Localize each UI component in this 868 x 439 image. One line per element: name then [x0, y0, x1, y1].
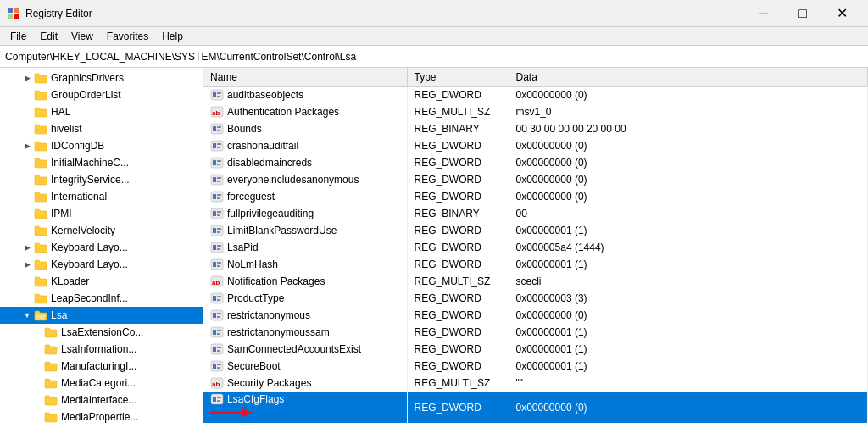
name-text: restrictanonymoussam — [227, 326, 330, 338]
expand-icon[interactable]: ▶ — [20, 71, 34, 85]
table-row[interactable]: ProductTypeREG_DWORD0x00000003 (3) — [203, 290, 868, 307]
table-row[interactable]: BoundsREG_BINARY00 30 00 00 00 20 00 00 — [203, 120, 868, 137]
close-button[interactable]: ✕ — [822, 0, 861, 27]
tree-item-label: KernelVelocity — [51, 225, 115, 236]
folder-icon — [44, 377, 58, 389]
menu-item-file[interactable]: File — [3, 29, 33, 44]
tree-item[interactable]: IPMI — [0, 205, 203, 222]
tree-item[interactable]: MediaInterface... — [0, 392, 203, 408]
menu-item-edit[interactable]: Edit — [33, 29, 64, 44]
expand-icon[interactable] — [31, 342, 44, 356]
expand-icon[interactable] — [20, 207, 34, 220]
table-row[interactable]: ab Notification PackagesREG_MULTI_SZscec… — [203, 273, 868, 290]
expand-icon[interactable] — [31, 359, 44, 373]
table-row[interactable]: SamConnectedAccountsExistREG_DWORD0x0000… — [203, 341, 868, 358]
cell-name: NoLmHash — [203, 256, 407, 273]
tree-item-label: IntegrityService... — [51, 174, 130, 186]
tree-item[interactable]: ▼ Lsa — [0, 307, 203, 324]
red-arrow-icon — [210, 410, 253, 422]
svg-rect-13 — [217, 130, 220, 131]
tree-item[interactable]: HAL — [0, 103, 203, 120]
cell-data: 0x00000000 (0) — [509, 137, 868, 154]
expand-icon[interactable] — [20, 105, 34, 119]
cell-data: 0x00000000 (0) — [509, 86, 868, 103]
cell-data: 0x00000000 (0) — [509, 154, 868, 171]
expand-icon[interactable] — [31, 410, 44, 424]
tree-item[interactable]: LsaInformation... — [0, 341, 203, 358]
expand-icon[interactable]: ▶ — [20, 241, 34, 254]
expand-icon[interactable] — [31, 393, 44, 407]
table-row[interactable]: LimitBlankPasswordUseREG_DWORD0x00000001… — [203, 222, 868, 239]
expand-icon[interactable] — [20, 156, 34, 169]
tree-item[interactable]: ManufacturingI... — [0, 358, 203, 375]
menu-item-view[interactable]: View — [64, 29, 100, 44]
dword-icon — [210, 325, 224, 339]
cell-name: LsaCfgFlags — [203, 392, 407, 423]
table-row[interactable]: NoLmHashREG_DWORD0x00000001 (1) — [203, 256, 868, 273]
table-row[interactable]: LsaPidREG_DWORD0x000005a4 (1444) — [203, 239, 868, 256]
folder-icon — [34, 275, 47, 287]
tree-item[interactable]: GroupOrderList — [0, 86, 203, 103]
table-row[interactable]: crashonauditfailREG_DWORD0x00000000 (0) — [203, 137, 868, 154]
table-row[interactable]: everyoneincludesanonymousREG_DWORD0x0000… — [203, 171, 868, 188]
table-row[interactable]: forceguestREG_DWORD0x00000000 (0) — [203, 188, 868, 205]
cell-name: fullprivilegeauditing — [203, 205, 407, 222]
svg-rect-19 — [213, 160, 216, 165]
table-row[interactable]: restrictanonymousREG_DWORD0x00000000 (0) — [203, 307, 868, 324]
tree-item[interactable]: LeapSecondInf... — [0, 290, 203, 307]
tree-item[interactable]: MediaCategori... — [0, 375, 203, 392]
table-row[interactable]: ab Authentication PackagesREG_MULTI_SZms… — [203, 103, 868, 120]
svg-rect-53 — [213, 313, 216, 318]
cell-type: REG_DWORD — [407, 222, 509, 239]
svg-rect-37 — [217, 231, 220, 233]
expand-icon[interactable] — [31, 325, 44, 339]
table-row[interactable]: SecureBootREG_DWORD0x00000001 (1) — [203, 358, 868, 375]
cell-name: ProductType — [203, 290, 407, 307]
table-row[interactable]: auditbaseobjectsREG_DWORD0x00000000 (0) — [203, 86, 868, 103]
expand-icon[interactable] — [20, 122, 34, 136]
expand-icon[interactable] — [20, 292, 34, 305]
tree-item[interactable]: ▶ GraphicsDrivers — [0, 69, 203, 86]
table-row[interactable]: LsaCfgFlags REG_DWORD0x00000000 (0) — [203, 392, 868, 423]
expand-icon[interactable] — [20, 224, 34, 237]
tree-item[interactable]: KLoader — [0, 273, 203, 290]
cell-name: restrictanonymous — [203, 307, 407, 324]
tree-item[interactable]: IntegrityService... — [0, 171, 203, 188]
table-row[interactable]: disabledmaincredsREG_DWORD0x00000000 (0) — [203, 154, 868, 171]
expand-icon[interactable]: ▶ — [20, 139, 34, 153]
tree-item[interactable]: MediaPropertie... — [0, 408, 203, 425]
table-row[interactable]: fullprivilegeauditingREG_BINARY00 — [203, 205, 868, 222]
tree-item[interactable]: KernelVelocity — [0, 222, 203, 239]
svg-text:ab: ab — [212, 279, 220, 286]
table-row[interactable]: restrictanonymoussamREG_DWORD0x00000001 … — [203, 324, 868, 341]
expand-icon[interactable] — [31, 376, 44, 390]
expand-icon[interactable] — [20, 173, 34, 186]
tree-item[interactable]: ▶ Keyboard Layo... — [0, 256, 203, 273]
name-text: crashonauditfail — [227, 140, 298, 152]
tree-item[interactable]: LsaExtensionCo... — [0, 324, 203, 341]
tree-item[interactable]: hivelist — [0, 120, 203, 137]
expand-icon[interactable]: ▼ — [20, 308, 34, 322]
tree-item[interactable]: ▶ Keyboard Layo... — [0, 239, 203, 256]
tree-item[interactable]: ▶ IDConfigDB — [0, 137, 203, 154]
svg-rect-39 — [213, 245, 216, 250]
name-text: restrictanonymous — [227, 309, 310, 321]
tree-item[interactable]: International — [0, 188, 203, 205]
expand-icon[interactable] — [20, 275, 34, 288]
expand-icon[interactable]: ▶ — [20, 258, 34, 271]
menu-item-favorites[interactable]: Favorites — [100, 29, 155, 44]
maximize-button[interactable]: □ — [783, 0, 822, 27]
menu-item-help[interactable]: Help — [155, 29, 190, 44]
svg-rect-45 — [217, 265, 220, 267]
tree-item[interactable]: InitialMachineC... — [0, 154, 203, 171]
name-text: NoLmHash — [227, 258, 278, 270]
tree-item-label: GroupOrderList — [51, 89, 121, 101]
expand-icon[interactable] — [20, 88, 34, 102]
svg-rect-21 — [217, 164, 220, 165]
minimize-button[interactable]: ─ — [744, 0, 783, 27]
cell-name: SamConnectedAccountsExist — [203, 341, 407, 358]
table-row[interactable]: ab Security PackagesREG_MULTI_SZ"" — [203, 375, 868, 392]
cell-type: REG_DWORD — [407, 307, 509, 324]
expand-icon[interactable] — [20, 190, 34, 203]
svg-rect-58 — [217, 330, 221, 331]
